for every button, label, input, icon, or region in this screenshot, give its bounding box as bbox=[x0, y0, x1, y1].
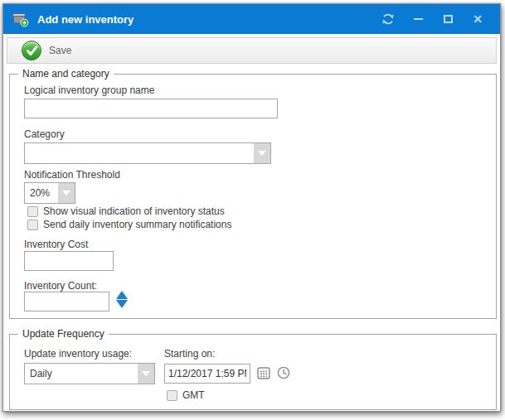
usage-dropdown[interactable]: Daily bbox=[24, 363, 155, 384]
add-inventory-icon bbox=[12, 11, 30, 27]
group-name-input[interactable] bbox=[24, 99, 278, 118]
spinner-up-button[interactable] bbox=[116, 291, 128, 299]
minimize-icon bbox=[414, 18, 423, 20]
maximize-button[interactable] bbox=[439, 10, 457, 28]
close-button[interactable]: ✕ bbox=[469, 10, 487, 28]
chevron-down-icon bbox=[258, 151, 266, 156]
toolbar: Save bbox=[7, 37, 497, 64]
starting-on-input[interactable] bbox=[164, 364, 250, 384]
category-dropdown[interactable] bbox=[24, 142, 271, 164]
inventory-cost-label: Inventory Cost bbox=[24, 239, 88, 250]
time-picker-button[interactable] bbox=[275, 364, 292, 381]
chevron-down-icon bbox=[142, 371, 150, 376]
window-controls: ✕ bbox=[379, 10, 487, 28]
threshold-label: Notification Threshold bbox=[24, 169, 120, 181]
name-and-category-group: Name and category Logical inventory grou… bbox=[9, 74, 497, 319]
daily-summary-checkbox-row: Send daily inventory summary notificatio… bbox=[27, 219, 231, 230]
chevron-down-icon bbox=[62, 191, 70, 196]
gmt-checkbox-row: GMT bbox=[167, 389, 205, 401]
daily-summary-label: Send daily inventory summary notificatio… bbox=[43, 219, 231, 230]
threshold-dropdown[interactable]: 20% bbox=[24, 182, 75, 204]
usage-dropdown-button[interactable] bbox=[138, 364, 154, 384]
inventory-cost-input[interactable] bbox=[24, 251, 114, 271]
refresh-icon bbox=[381, 12, 395, 26]
category-label: Category bbox=[24, 128, 65, 140]
starting-on-label: Starting on: bbox=[164, 348, 215, 360]
clock-icon bbox=[276, 365, 291, 380]
minimize-button[interactable] bbox=[409, 10, 427, 28]
usage-label: Update inventory usage: bbox=[24, 348, 132, 360]
category-selected-value bbox=[30, 143, 252, 163]
usage-selected-value: Daily bbox=[30, 364, 136, 384]
group-legend: Name and category bbox=[18, 68, 114, 80]
inventory-count-label: Inventory Count: bbox=[24, 280, 97, 292]
gmt-checkbox[interactable] bbox=[167, 390, 177, 401]
visual-indication-checkbox[interactable] bbox=[27, 206, 38, 217]
titlebar: Add new inventory ✕ bbox=[3, 4, 500, 34]
group-legend: Update Frequency bbox=[18, 328, 109, 340]
calendar-icon bbox=[256, 365, 271, 380]
up-down-spinner-icon bbox=[116, 291, 128, 308]
spinner-down-button[interactable] bbox=[116, 300, 128, 308]
gmt-label: GMT bbox=[182, 389, 205, 401]
daily-summary-checkbox[interactable] bbox=[27, 220, 38, 230]
threshold-selected-value: 20% bbox=[30, 183, 56, 203]
save-button[interactable]: Save bbox=[15, 39, 78, 62]
threshold-dropdown-button[interactable] bbox=[58, 183, 75, 203]
visual-indication-checkbox-row: Show visual indication of inventory stat… bbox=[27, 205, 225, 217]
window-title: Add new inventory bbox=[37, 13, 379, 26]
inventory-count-input[interactable] bbox=[24, 292, 109, 311]
group-name-label: Logical inventory group name bbox=[24, 84, 154, 96]
category-dropdown-button[interactable] bbox=[254, 143, 270, 163]
green-check-icon bbox=[22, 41, 41, 60]
calendar-picker-button[interactable] bbox=[255, 364, 272, 381]
save-button-label: Save bbox=[49, 45, 71, 56]
refresh-button[interactable] bbox=[379, 10, 397, 28]
maximize-icon bbox=[444, 15, 453, 23]
update-frequency-group: Update Frequency Update inventory usage:… bbox=[9, 334, 497, 410]
add-inventory-dialog: Add new inventory ✕ Save bbox=[2, 3, 501, 412]
visual-indication-label: Show visual indication of inventory stat… bbox=[43, 205, 225, 217]
